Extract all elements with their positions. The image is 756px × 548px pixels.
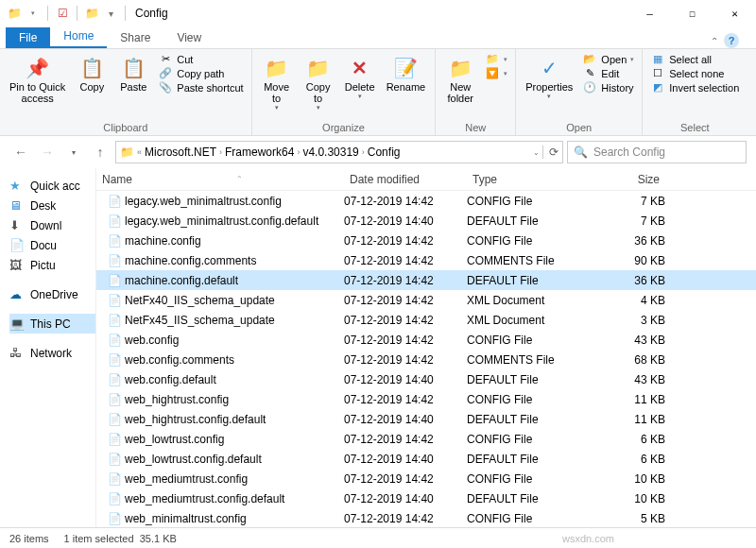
file-size: 7 KB (590, 195, 665, 208)
tab-file[interactable]: File (6, 27, 50, 48)
nav-item[interactable]: 📄Docu (9, 235, 95, 255)
nav-label: Network (30, 347, 72, 360)
qat-overflow-icon[interactable]: ▾ (102, 9, 119, 19)
file-size: 3 KB (590, 314, 665, 327)
file-name: web_lowtrust.config (125, 433, 224, 446)
chevron-down-icon[interactable]: ⌄ (533, 148, 540, 157)
paste-shortcut-button[interactable]: 📎Paste shortcut (158, 81, 243, 94)
crumb[interactable]: Config (368, 146, 401, 159)
file-date: 07-12-2019 14:42 (344, 274, 467, 287)
back-button[interactable]: ← (9, 141, 32, 163)
file-row[interactable]: 📄machine.config.comments07-12-2019 14:42… (96, 250, 756, 270)
pin-icon: 📌 (26, 55, 49, 81)
col-date[interactable]: Date modified (344, 173, 467, 186)
move-icon: 📁 (265, 55, 288, 81)
file-row[interactable]: 📄web_lowtrust.config07-12-2019 14:42CONF… (96, 429, 756, 449)
file-row[interactable]: 📄web.config.comments07-12-2019 14:42COMM… (96, 350, 756, 369)
paste-icon: 📋 (122, 55, 146, 81)
ribbon-collapse-icon[interactable]: ⌃ (711, 36, 718, 46)
cut-button[interactable]: ✂Cut (158, 53, 243, 65)
select-all-button[interactable]: ▦Select all (650, 53, 739, 65)
open-button[interactable]: 📂Open▾ (582, 53, 634, 65)
tab-home[interactable]: Home (50, 26, 107, 48)
nav-item[interactable]: 🖼Pictu (9, 255, 95, 275)
move-to-button[interactable]: 📁Move to▾ (256, 51, 298, 115)
help-icon[interactable]: ? (724, 33, 739, 48)
close-button[interactable]: ✕ (713, 0, 756, 26)
nav-item[interactable]: 🖧Network (9, 343, 95, 363)
file-row[interactable]: 📄machine.config07-12-2019 14:42CONFIG Fi… (96, 231, 756, 250)
file-type: CONFIG File (467, 472, 590, 486)
up-button[interactable]: ↑ (89, 141, 112, 163)
file-row[interactable]: 📄web_mediumtrust.config07-12-2019 14:42C… (96, 469, 756, 488)
file-size: 11 KB (590, 393, 665, 406)
crumb[interactable]: v4.0.30319 (302, 146, 358, 159)
col-name[interactable]: Name⌃ (96, 173, 344, 186)
file-row[interactable]: 📄machine.config.default07-12-2019 14:42D… (96, 270, 756, 290)
minimize-button[interactable]: — (628, 0, 671, 26)
file-row[interactable]: 📄web.config07-12-2019 14:42CONFIG File43… (96, 330, 756, 350)
col-type[interactable]: Type (467, 173, 590, 186)
checkbox-icon[interactable]: ☑ (54, 7, 71, 20)
col-size[interactable]: Size (590, 173, 665, 186)
file-date: 07-12-2019 14:42 (344, 254, 467, 267)
file-name: web.config (125, 334, 179, 347)
file-row[interactable]: 📄web_minimaltrust.config07-12-2019 14:42… (96, 508, 756, 527)
nav-icon: 💻 (9, 317, 25, 331)
history-button[interactable]: 🕐History (582, 81, 634, 94)
file-row[interactable]: 📄legacy.web_minimaltrust.config.default0… (96, 211, 756, 231)
file-row[interactable]: 📄web_mediumtrust.config.default07-12-201… (96, 488, 756, 508)
file-row[interactable]: 📄web_hightrust.config07-12-2019 14:42CON… (96, 389, 756, 409)
file-row[interactable]: 📄legacy.web_minimaltrust.config07-12-201… (96, 191, 756, 211)
file-icon: 📄 (108, 214, 121, 228)
nav-item[interactable]: 💻This PC (9, 314, 95, 334)
file-row[interactable]: 📄NetFx45_IIS_schema_update07-12-2019 14:… (96, 310, 756, 330)
pin-to-quick-access-button[interactable]: 📌 Pin to Quick access (4, 51, 71, 108)
file-size: 4 KB (590, 294, 665, 307)
properties-button[interactable]: ✓Properties▾ (520, 51, 578, 104)
new-folder-button[interactable]: 📁New folder (439, 51, 481, 108)
tab-share[interactable]: Share (107, 27, 163, 48)
invert-selection-button[interactable]: ◩Invert selection (650, 81, 739, 94)
nav-item[interactable]: ⬇Downl (9, 215, 95, 235)
forward-button[interactable]: → (36, 141, 59, 163)
file-row[interactable]: 📄web_lowtrust.config.default07-12-2019 1… (96, 449, 756, 469)
search-input[interactable]: 🔍 Search Config (567, 141, 747, 163)
file-row[interactable]: 📄NetFx40_IIS_schema_update07-12-2019 14:… (96, 290, 756, 310)
copy-to-button[interactable]: 📁Copy to▾ (298, 51, 339, 115)
rename-button[interactable]: 📝Rename (381, 51, 432, 96)
breadcrumb[interactable]: 📁 « Microsoft.NET› Framework64› v4.0.303… (115, 141, 563, 163)
easy-access-button[interactable]: 🔽▾ (485, 67, 507, 79)
maximize-button[interactable]: ☐ (671, 0, 713, 26)
file-name: web.config.comments (125, 353, 234, 367)
recent-locations-button[interactable]: ▾ (62, 141, 85, 163)
new-item-button[interactable]: 📁▾ (485, 53, 507, 65)
crumb[interactable]: Microsoft.NET (145, 146, 216, 159)
refresh-icon[interactable]: ⟳ (542, 146, 558, 159)
edit-button[interactable]: ✎Edit (582, 67, 634, 79)
tab-view[interactable]: View (163, 27, 215, 48)
file-name: legacy.web_minimaltrust.config.default (125, 214, 318, 228)
nav-icon: 🖼 (9, 258, 25, 272)
newfolder-icon: 📁 (449, 55, 472, 81)
select-none-button[interactable]: ☐Select none (650, 67, 739, 79)
file-date: 07-12-2019 14:42 (344, 334, 467, 347)
qat-dropdown-icon[interactable]: ▾ (25, 9, 42, 17)
nav-item[interactable]: 🖥Desk (9, 196, 95, 215)
column-headers[interactable]: Name⌃ Date modified Type Size (96, 168, 756, 191)
file-icon: 📄 (108, 512, 121, 525)
file-date: 07-12-2019 14:42 (344, 195, 467, 208)
copy-path-button[interactable]: 🔗Copy path (158, 67, 243, 79)
file-row[interactable]: 📄web.config.default07-12-2019 14:40DEFAU… (96, 369, 756, 389)
file-row[interactable]: 📄web_hightrust.config.default07-12-2019 … (96, 409, 756, 429)
nav-item[interactable]: ★Quick acc (9, 176, 95, 196)
crumb[interactable]: Framework64 (225, 146, 294, 159)
copy-button[interactable]: 📋 Copy (71, 51, 112, 96)
delete-button[interactable]: ✕Delete▾ (339, 51, 381, 104)
paste-button[interactable]: 📋 Paste (112, 51, 154, 96)
file-type: CONFIG File (467, 393, 590, 406)
file-icon: 📄 (108, 294, 121, 307)
file-list[interactable]: Name⌃ Date modified Type Size 📄legacy.we… (96, 168, 756, 527)
nav-item[interactable]: ☁OneDrive (9, 284, 95, 304)
file-name: machine.config.default (125, 274, 238, 287)
